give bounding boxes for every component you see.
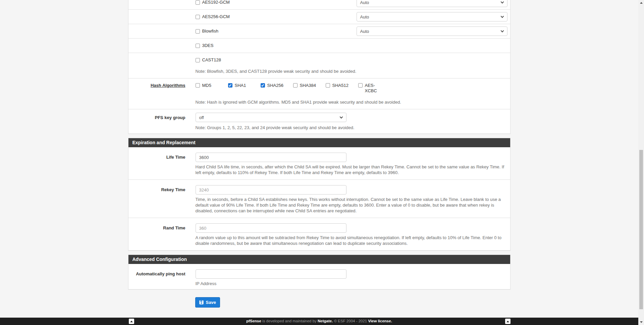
aes256gcm-checkbox[interactable] <box>196 15 200 19</box>
sha384-checkbox[interactable] <box>293 83 298 88</box>
algorithm-label: AES256-GCM <box>202 14 230 19</box>
select-value: Auto <box>360 0 369 5</box>
life-time-input[interactable] <box>196 153 346 162</box>
view-license-link[interactable]: View license. <box>368 319 392 323</box>
rekey-time-help: Time, in seconds, before a Child SA esta… <box>196 197 510 214</box>
pfs-label: PFS key group <box>128 113 185 130</box>
encryption-row-aes256gcm: AES256-GCM Auto <box>128 10 510 24</box>
ping-host-label: Automatically ping host <box>128 269 185 286</box>
pfs-key-group-select[interactable]: off <box>196 113 346 122</box>
hash-option-sha256: SHA256 <box>261 83 293 88</box>
expiration-panel-header: Expiration and Replacement <box>128 138 510 147</box>
hash-note: Note: Hash is ignored with GCM algorithm… <box>196 99 510 105</box>
content-container: AES192-GCM Auto AES256-GCM <box>128 0 511 308</box>
save-button[interactable]: Save <box>195 297 220 308</box>
encryption-row-3des: 3DES <box>128 39 510 53</box>
hash-options: MD5 SHA1 SHA256 <box>196 83 510 94</box>
sha1-checkbox[interactable] <box>228 83 232 88</box>
hash-option-md5: MD5 <box>196 83 228 88</box>
select-value: Auto <box>360 29 369 34</box>
aes256gcm-keylen-select[interactable]: Auto <box>357 12 507 21</box>
scrollbar-thumb[interactable] <box>639 150 643 309</box>
caret-up-icon <box>506 321 509 322</box>
algorithm-label: CAST128 <box>202 57 221 63</box>
vertical-scrollbar[interactable] <box>638 0 644 325</box>
pfsense-config-page: AES192-GCM Auto AES256-GCM <box>0 0 644 325</box>
scroll-to-top-button-right[interactable] <box>505 319 511 324</box>
rand-time-row: Rand Time A random value up to this amou… <box>128 218 510 250</box>
life-time-help: Hard Child SA life time, in seconds, aft… <box>196 164 510 175</box>
chevron-down-icon <box>339 115 343 119</box>
chevron-down-icon <box>500 15 504 18</box>
netgate-link[interactable]: Netgate. <box>318 319 333 323</box>
encryption-row-aes192gcm: AES192-GCM Auto <box>128 0 510 10</box>
pfsense-link[interactable]: pfSense <box>246 319 261 323</box>
life-time-row: Life Time Hard Child SA life time, in se… <box>128 147 510 180</box>
encryption-row-cast128: CAST128 Note: Blowfish, 3DES, and CAST12… <box>128 53 510 78</box>
aes192gcm-keylen-select[interactable]: Auto <box>357 0 507 7</box>
aesxcbc-checkbox[interactable] <box>358 83 363 88</box>
scrollbar-down-arrow[interactable] <box>638 319 644 325</box>
weak-encryption-note: Note: Blowfish, 3DES, and CAST128 provid… <box>196 68 510 74</box>
chevron-down-icon <box>500 0 504 4</box>
sha512-checkbox[interactable] <box>326 83 330 88</box>
caret-down-icon <box>640 321 643 323</box>
algorithm-label: 3DES <box>202 43 214 48</box>
form-actions: Save <box>195 297 511 308</box>
footer-bar: pfSense is developed and maintained by N… <box>0 318 638 325</box>
hash-algorithms-row: Hash Algorithms MD5 SHA1 <box>128 78 510 109</box>
panel-advanced: Advanced Configuration Automatically pin… <box>128 255 511 289</box>
3des-checkbox[interactable] <box>196 44 200 48</box>
floppy-save-icon <box>199 300 204 305</box>
hash-option-aesxcbc: AES-XCBC <box>358 83 377 94</box>
rekey-time-row: Rekey Time Time, in seconds, before a Ch… <box>128 180 510 218</box>
check-icon <box>261 84 264 87</box>
ping-host-row: Automatically ping host IP Address <box>128 264 510 289</box>
footer-text: pfSense is developed and maintained by N… <box>128 318 511 325</box>
md5-checkbox[interactable] <box>196 83 200 88</box>
rand-time-label: Rand Time <box>128 223 185 246</box>
algorithm-label: Blowfish <box>202 29 218 34</box>
aes192gcm-checkbox[interactable] <box>196 0 200 5</box>
scrollbar-up-arrow[interactable] <box>638 0 644 6</box>
chevron-down-icon <box>500 29 504 33</box>
algorithm-label: AES192-GCM <box>202 0 230 5</box>
select-value: off <box>199 115 204 120</box>
life-time-label: Life Time <box>128 153 185 175</box>
encryption-row-blowfish: Blowfish Auto <box>128 24 510 39</box>
check-icon <box>229 84 231 87</box>
hash-algorithms-label: Hash Algorithms <box>151 83 185 88</box>
blowfish-keylen-select[interactable]: Auto <box>357 26 507 36</box>
main-viewport: AES192-GCM Auto AES256-GCM <box>0 0 638 325</box>
sha256-checkbox[interactable] <box>261 83 265 88</box>
ping-host-input[interactable] <box>196 269 346 279</box>
rand-time-help: A random value up to this amount will be… <box>196 235 510 246</box>
pfs-note: Note: Groups 1, 2, 5, 22, 23, and 24 pro… <box>196 125 510 130</box>
rand-time-input[interactable] <box>196 223 346 233</box>
ping-host-help: IP Address <box>196 281 510 286</box>
hash-option-sha512: SHA512 <box>326 83 358 88</box>
blowfish-checkbox[interactable] <box>196 29 200 34</box>
panel-algorithms: AES192-GCM Auto AES256-GCM <box>128 0 511 134</box>
caret-up-icon <box>640 2 643 4</box>
panel-expiration: Expiration and Replacement Life Time Har… <box>128 138 511 251</box>
cast128-checkbox[interactable] <box>196 58 200 62</box>
pfs-key-group-row: PFS key group off Note: Groups 1, 2, 5, … <box>128 109 510 133</box>
hash-option-sha384: SHA384 <box>293 83 326 88</box>
rekey-time-label: Rekey Time <box>128 185 185 214</box>
hash-option-sha1: SHA1 <box>228 83 261 88</box>
rekey-time-input[interactable] <box>196 185 346 195</box>
advanced-panel-header: Advanced Configuration <box>128 255 510 264</box>
select-value: Auto <box>360 14 369 19</box>
